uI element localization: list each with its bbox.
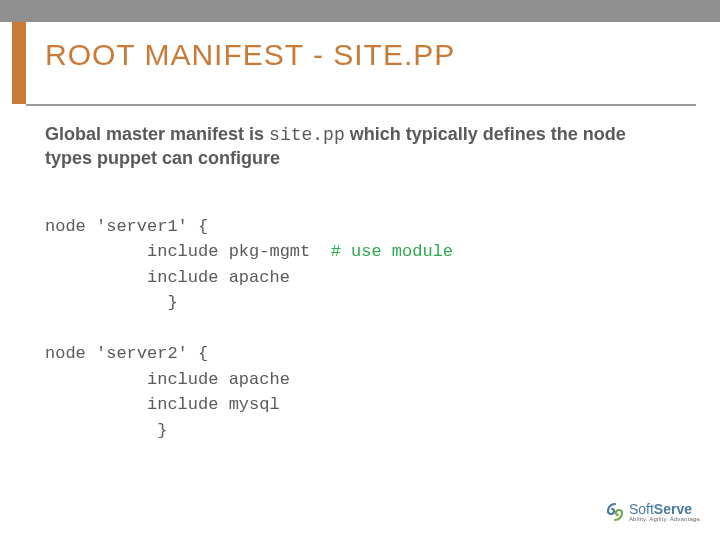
logo-name-bold: Serve — [654, 501, 692, 517]
accent-stripe — [12, 22, 26, 104]
code-line: include pkg-mgmt — [45, 242, 331, 261]
code-line: } — [45, 293, 178, 312]
logo-name-soft: Soft — [629, 501, 654, 517]
code-line: } — [45, 421, 167, 440]
slide-subtitle: Global master manifest is site.pp which … — [45, 123, 645, 169]
logo-text: SoftServe Ability. Agility. Advantage. — [629, 502, 702, 522]
code-line: node 'server2' { — [45, 344, 208, 363]
code-line: include mysql — [45, 395, 280, 414]
logo: SoftServe Ability. Agility. Advantage. — [605, 502, 702, 522]
code-line: include apache — [45, 268, 290, 287]
subtitle-code: site.pp — [269, 125, 345, 145]
logo-name: SoftServe — [629, 502, 702, 516]
title-divider — [26, 104, 696, 106]
subtitle-pre: Global master manifest is — [45, 124, 269, 144]
code-line: include apache — [45, 370, 290, 389]
logo-tagline: Ability. Agility. Advantage. — [629, 516, 702, 522]
top-bar — [0, 0, 720, 22]
code-line: node 'server1' { — [45, 217, 208, 236]
code-block: node 'server1' { include pkg-mgmt # use … — [45, 188, 453, 443]
code-comment: # use module — [331, 242, 453, 261]
logo-icon — [605, 502, 625, 522]
slide-title: ROOT MANIFEST - SITE.PP — [45, 38, 455, 72]
